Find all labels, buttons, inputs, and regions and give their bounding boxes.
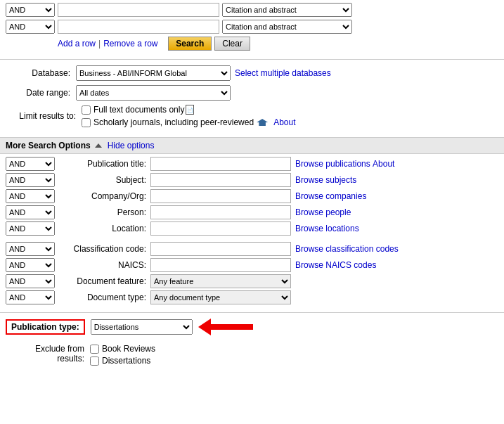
- adv-bool-company[interactable]: ANDORNOT: [6, 189, 55, 203]
- adv-bool-naics[interactable]: ANDORNOT: [6, 258, 55, 272]
- database-select[interactable]: Business - ABI/INFORM Global ProQuest Ce…: [76, 65, 231, 81]
- adv-input-subject[interactable]: [150, 173, 291, 187]
- adv-label-doc-feature: Document feature:: [59, 276, 150, 286]
- pub-type-row: Publication type: All Dissertations Jour…: [6, 319, 498, 335]
- limit-label: Limit results to:: [11, 111, 82, 121]
- adv-row-classification: ANDORNOT Classification code: Browse cla…: [6, 242, 498, 256]
- row-controls-separator: |: [98, 39, 101, 49]
- exclude-row: Exclude from results: Book Reviews Disse…: [6, 344, 498, 366]
- arrow-body-icon: [211, 324, 253, 330]
- adv-bool-doc-feature[interactable]: ANDORNOT: [6, 274, 55, 288]
- adv-input-naics[interactable]: [150, 258, 291, 272]
- adv-row-naics: ANDORNOT NAICS: Browse NAICS codes: [6, 258, 498, 272]
- field-select-2[interactable]: Citation and abstract Title Author Abstr…: [222, 20, 352, 34]
- full-text-label: Full text documents only: [93, 105, 184, 115]
- bool-select-1[interactable]: ANDORNOT: [6, 3, 55, 17]
- adv-label-doc-type: Document type:: [59, 293, 150, 302]
- adv-row-person: ANDORNOT Person: Browse people: [6, 205, 498, 219]
- search-input-1[interactable]: [58, 3, 219, 17]
- adv-select-doc-type[interactable]: Any document type Article Book review Co…: [150, 290, 291, 304]
- pub-type-select[interactable]: All Dissertations Journals Books Confere…: [91, 319, 193, 335]
- caret-up-icon: [95, 143, 102, 148]
- adv-label-subject: Subject:: [59, 175, 150, 185]
- adv-bool-subject[interactable]: ANDORNOT: [6, 173, 55, 187]
- adv-label-naics: NAICS:: [59, 260, 150, 270]
- browse-classification-codes-link[interactable]: Browse classification codes: [295, 244, 399, 254]
- publications-about-link[interactable]: About: [373, 159, 394, 169]
- database-label: Database:: [6, 68, 76, 78]
- pub-type-label: Publication type:: [6, 319, 85, 335]
- exclude-book-reviews-label[interactable]: Book Reviews: [90, 344, 155, 354]
- full-text-row: Full text documents only 📄: [82, 105, 295, 115]
- arrow-indicator: [198, 319, 253, 335]
- hide-options-link[interactable]: Hide options: [108, 141, 155, 150]
- add-row-link[interactable]: Add a row: [58, 39, 96, 49]
- more-options-bar: More Search Options Hide options: [0, 137, 504, 154]
- exclude-section: Exclude from results: Book Reviews Disse…: [0, 342, 504, 367]
- search-input-2[interactable]: [58, 20, 219, 34]
- exclude-dissertations-text: Dissertations: [102, 356, 150, 366]
- adv-row-location: ANDORNOT Location: Browse locations: [6, 221, 498, 236]
- browse-publications-link[interactable]: Browse publications: [295, 159, 370, 169]
- adv-input-pub-title[interactable]: [150, 157, 291, 171]
- document-icon: 📄: [186, 105, 194, 115]
- adv-row-pub-title: ANDORNOT Publication title: Browse publi…: [6, 157, 498, 171]
- scholarly-checkbox[interactable]: [82, 118, 91, 127]
- adv-label-location: Location:: [59, 224, 150, 233]
- browse-locations-link[interactable]: Browse locations: [295, 224, 359, 233]
- date-range-row: Date range: All dates Last year Last 5 y…: [6, 85, 498, 101]
- exclude-dissertations-checkbox[interactable]: [90, 356, 99, 366]
- browse-naics-codes-link[interactable]: Browse NAICS codes: [295, 260, 376, 270]
- adv-select-doc-feature[interactable]: Any feature Charts Tables Photographs: [150, 274, 291, 288]
- adv-input-person[interactable]: [150, 205, 291, 219]
- scholarly-label: Scholarly journals, including peer-revie…: [93, 117, 254, 127]
- adv-row-company: ANDORNOT Company/Org: Browse companies: [6, 189, 498, 203]
- top-search-rows: ANDORNOT Citation and abstract Title Aut…: [0, 0, 504, 56]
- divider-1: [0, 59, 504, 60]
- exclude-checks: Book Reviews Dissertations: [90, 344, 155, 366]
- row-controls: Add a row | Remove a row Search Clear: [58, 37, 498, 51]
- db-section: Database: Business - ABI/INFORM Global P…: [0, 63, 504, 133]
- date-range-select[interactable]: All dates Last year Last 5 years Last 10…: [76, 85, 231, 101]
- field-select-1[interactable]: Citation and abstract Title Author Abstr…: [222, 3, 352, 17]
- adv-bool-person[interactable]: ANDORNOT: [6, 205, 55, 219]
- divider-2: [0, 312, 504, 313]
- adv-bool-doc-type[interactable]: ANDORNOT: [6, 290, 55, 304]
- search-row-1: ANDORNOT Citation and abstract Title Aut…: [6, 3, 498, 17]
- scholarly-row: Scholarly journals, including peer-revie…: [82, 117, 295, 127]
- exclude-dissertations-label[interactable]: Dissertations: [90, 356, 155, 366]
- search-button[interactable]: Search: [168, 37, 212, 51]
- remove-row-link[interactable]: Remove a row: [103, 39, 157, 49]
- adv-input-location[interactable]: [150, 221, 291, 236]
- adv-label-pub-title: Publication title:: [59, 159, 150, 169]
- adv-row-doc-feature: ANDORNOT Document feature: Any feature C…: [6, 274, 498, 288]
- scholarly-about-link[interactable]: About: [273, 117, 295, 127]
- select-multiple-databases-link[interactable]: Select multiple databases: [235, 68, 331, 78]
- pub-type-section: Publication type: All Dissertations Jour…: [0, 316, 504, 342]
- clear-button[interactable]: Clear: [214, 37, 250, 51]
- adv-input-classification[interactable]: [150, 242, 291, 256]
- full-text-checkbox[interactable]: [82, 105, 91, 115]
- search-row-2: ANDORNOT Citation and abstract Title Aut…: [6, 20, 498, 34]
- limit-options: Full text documents only 📄 Scholarly jou…: [82, 105, 295, 127]
- adv-bool-location[interactable]: ANDORNOT: [6, 221, 55, 236]
- browse-companies-link[interactable]: Browse companies: [295, 191, 366, 201]
- adv-row-doc-type: ANDORNOT Document type: Any document typ…: [6, 290, 498, 304]
- exclude-book-reviews-text: Book Reviews: [102, 344, 155, 354]
- more-options-label: More Search Options: [6, 141, 91, 150]
- adv-row-subject: ANDORNOT Subject: Browse subjects: [6, 173, 498, 187]
- adv-label-person: Person:: [59, 207, 150, 217]
- browse-subjects-link[interactable]: Browse subjects: [295, 175, 356, 185]
- adv-input-company[interactable]: [150, 189, 291, 203]
- adv-bool-pub-title[interactable]: ANDORNOT: [6, 157, 55, 171]
- grad-cap-icon: [257, 119, 268, 126]
- arrow-head-icon: [198, 319, 211, 335]
- bool-select-2[interactable]: ANDORNOT: [6, 20, 55, 34]
- date-range-label: Date range:: [6, 88, 76, 98]
- adv-label-classification: Classification code:: [59, 244, 150, 254]
- adv-label-company: Company/Org:: [59, 191, 150, 201]
- browse-people-link[interactable]: Browse people: [295, 207, 351, 217]
- adv-bool-classification[interactable]: ANDORNOT: [6, 242, 55, 256]
- database-row: Database: Business - ABI/INFORM Global P…: [6, 65, 498, 81]
- exclude-book-reviews-checkbox[interactable]: [90, 345, 99, 354]
